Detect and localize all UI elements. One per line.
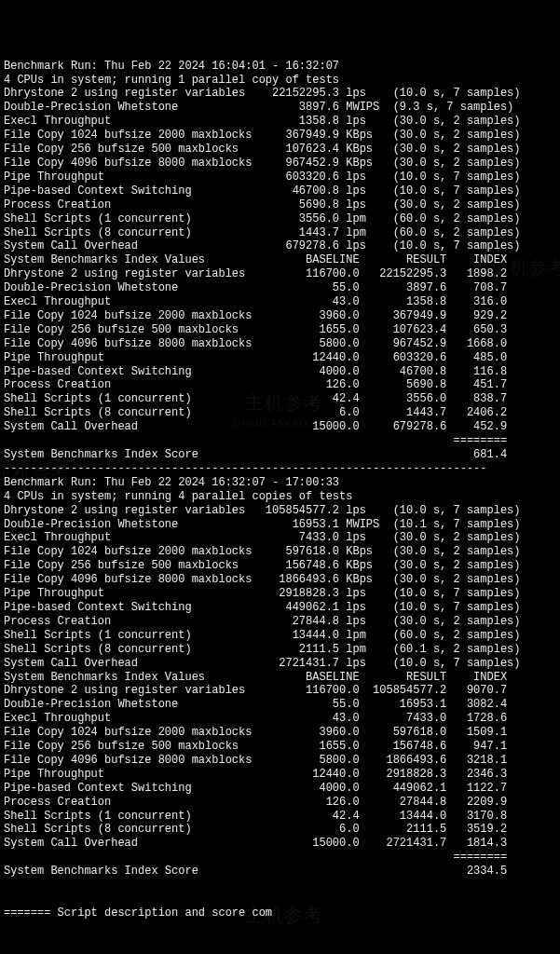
output-line: System Benchmarks Index Values BASELINE … [4,253,560,267]
output-line: Shell Scripts (8 concurrent) 6.0 1443.7 … [4,406,560,420]
output-line: Dhrystone 2 using register variables 105… [4,504,560,518]
output-line: Double-Precision Whetstone 16953.1 MWIPS… [4,518,560,532]
output-line: ======= Script description and score com [4,906,560,920]
output-line: Benchmark Run: Thu Feb 22 2024 16:04:01 … [4,60,560,74]
terminal-output: Benchmark Run: Thu Feb 22 2024 16:04:01 … [4,60,560,920]
output-line: Pipe Throughput 12440.0 2918828.3 2346.3 [4,768,560,782]
output-line: Pipe-based Context Switching 46700.8 lps… [4,184,560,198]
output-line: File Copy 256 bufsize 500 maxblocks 1655… [4,323,560,337]
output-line: Pipe Throughput 603320.6 lps (10.0 s, 7 … [4,170,560,184]
output-line: System Benchmarks Index Score 681.4 [4,448,560,462]
output-line: ======== [4,851,560,865]
output-line: Dhrystone 2 using register variables 116… [4,684,560,698]
output-line: Dhrystone 2 using register variables 116… [4,267,560,281]
output-line: File Copy 1024 bufsize 2000 maxblocks 39… [4,309,560,323]
output-line: File Copy 256 bufsize 500 maxblocks 1076… [4,143,560,157]
output-line: File Copy 1024 bufsize 2000 maxblocks 59… [4,545,560,559]
output-line: Shell Scripts (8 concurrent) 1443.7 lpm … [4,226,560,240]
output-line: System Call Overhead 679278.6 lps (10.0 … [4,239,560,253]
output-line: System Call Overhead 2721431.7 lps (10.0… [4,657,560,671]
output-line: Execl Throughput 43.0 7433.0 1728.6 [4,712,560,726]
output-line: Double-Precision Whetstone 3897.6 MWIPS … [4,101,560,115]
output-line: Shell Scripts (1 concurrent) 13444.0 lpm… [4,629,560,643]
output-line: System Call Overhead 15000.0 2721431.7 1… [4,837,560,851]
output-line: Execl Throughput 7433.0 lps (30.0 s, 2 s… [4,531,560,545]
output-line: Shell Scripts (1 concurrent) 42.4 3556.0… [4,392,560,406]
output-line: Process Creation 126.0 27844.8 2209.9 [4,796,560,810]
output-line: File Copy 4096 bufsize 8000 maxblocks 18… [4,573,560,587]
output-line: File Copy 4096 bufsize 8000 maxblocks 58… [4,337,560,351]
output-line: File Copy 256 bufsize 500 maxblocks 1655… [4,740,560,754]
output-line: Benchmark Run: Thu Feb 22 2024 16:32:07 … [4,476,560,490]
output-line: Shell Scripts (1 concurrent) 3556.0 lpm … [4,212,560,226]
output-line: File Copy 4096 bufsize 8000 maxblocks 96… [4,157,560,170]
output-line: System Benchmarks Index Values BASELINE … [4,671,560,685]
output-line: Double-Precision Whetstone 55.0 3897.6 7… [4,281,560,295]
output-line: ----------------------------------------… [4,462,560,476]
output-line: Execl Throughput 43.0 1358.8 316.0 [4,295,560,309]
output-line: Process Creation 27844.8 lps (30.0 s, 2 … [4,615,560,629]
output-line: Execl Throughput 1358.8 lps (30.0 s, 2 s… [4,115,560,129]
output-line: Double-Precision Whetstone 55.0 16953.1 … [4,698,560,712]
output-line: Shell Scripts (8 concurrent) 6.0 2111.5 … [4,823,560,837]
output-line: Shell Scripts (1 concurrent) 42.4 13444.… [4,810,560,824]
output-line: ======== [4,434,560,448]
output-line: 4 CPUs in system; running 1 parallel cop… [4,74,560,88]
output-line: System Benchmarks Index Score 2334.5 [4,865,560,879]
output-line: File Copy 256 bufsize 500 maxblocks 1567… [4,559,560,573]
output-line: System Call Overhead 15000.0 679278.6 45… [4,420,560,434]
output-line: Shell Scripts (8 concurrent) 2111.5 lpm … [4,643,560,657]
output-line: 4 CPUs in system; running 4 parallel cop… [4,490,560,504]
output-line: Process Creation 5690.8 lps (30.0 s, 2 s… [4,198,560,212]
output-line: Process Creation 126.0 5690.8 451.7 [4,378,560,392]
output-line [4,893,560,906]
output-line: Pipe-based Context Switching 4000.0 4670… [4,365,560,379]
output-line: Pipe Throughput 2918828.3 lps (10.0 s, 7… [4,587,560,601]
output-line: File Copy 1024 bufsize 2000 maxblocks 39… [4,726,560,740]
output-line [4,879,560,893]
output-line: Dhrystone 2 using register variables 221… [4,87,560,101]
output-line: Pipe Throughput 12440.0 603320.6 485.0 [4,351,560,365]
output-line: Pipe-based Context Switching 449062.1 lp… [4,601,560,615]
output-line: File Copy 1024 bufsize 2000 maxblocks 36… [4,129,560,143]
output-line: File Copy 4096 bufsize 8000 maxblocks 58… [4,754,560,768]
output-line: Pipe-based Context Switching 4000.0 4490… [4,782,560,796]
